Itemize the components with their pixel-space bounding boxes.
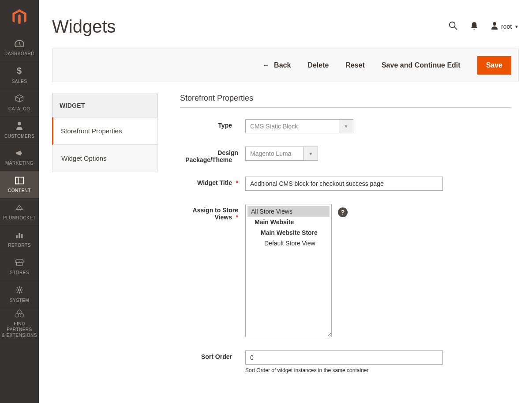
svg-text:$: $ [17, 67, 22, 75]
sidebar-item-label: CATALOG [8, 106, 30, 111]
theme-select: Magento Luma ▼ [245, 147, 318, 161]
svg-rect-2 [15, 177, 23, 184]
bar-chart-icon [15, 231, 24, 241]
side-tabs: WIDGET Storefront Properties Widget Opti… [52, 94, 158, 373]
store-views-select[interactable]: All Store Views Main Website Main Websit… [245, 204, 332, 337]
svg-rect-7 [21, 234, 22, 238]
user-name: root [501, 23, 512, 30]
svg-point-8 [19, 289, 21, 291]
sidebar-item-dashboard[interactable]: DASHBOARD [0, 34, 39, 62]
header-actions: root ▼ [448, 21, 519, 33]
sidebar-item-label: CUSTOMERS [4, 134, 34, 139]
main-content: Widgets root ▼ ← Back [39, 0, 532, 403]
sidebar-item-sales[interactable]: $ SALES [0, 62, 39, 89]
svg-point-11 [493, 22, 496, 26]
page-header: Widgets root ▼ [52, 0, 519, 49]
search-icon[interactable] [448, 21, 458, 33]
sidebar-item-reports[interactable]: REPORTS [0, 226, 39, 253]
person-icon [16, 121, 23, 132]
user-icon [491, 22, 498, 32]
section-title: Storefront Properties [180, 94, 511, 108]
sidebar-item-system[interactable]: SYSTEM [0, 281, 39, 308]
sidebar-item-label: DASHBOARD [4, 51, 34, 56]
svg-point-9 [450, 22, 455, 27]
megaphone-icon [15, 149, 24, 158]
sort-order-input[interactable] [245, 350, 443, 365]
tab-widget-options[interactable]: Widget Options [52, 145, 158, 172]
field-widget-title: Widget Title* [180, 177, 511, 191]
label-sort-order: Sort Order* [180, 350, 245, 360]
store-option-main-store[interactable]: Main Website Store [247, 227, 330, 238]
svg-line-10 [454, 26, 457, 29]
widget-title-input[interactable] [245, 177, 443, 191]
sidebar-item-label: SYSTEM [10, 298, 29, 303]
form-storefront-properties: Storefront Properties Type* CMS Static B… [180, 94, 511, 373]
store-option-all[interactable]: All Store Views [247, 206, 330, 217]
chevron-down-icon: ▼ [303, 147, 318, 160]
plumrocket-icon [15, 204, 24, 213]
sidebar-item-customers[interactable]: CUSTOMERS [0, 117, 39, 144]
sidebar-item-find-partners[interactable]: FIND PARTNERS& EXTENSIONS [0, 308, 39, 340]
label-theme: Design Package/Theme* [180, 147, 245, 163]
gear-icon [15, 286, 24, 296]
user-menu[interactable]: root ▼ [491, 22, 519, 32]
svg-rect-5 [16, 235, 18, 238]
store-icon [15, 259, 24, 268]
sidebar-item-label: REPORTS [8, 243, 31, 248]
sidebar-item-catalog[interactable]: CATALOG [0, 89, 39, 117]
layout-icon [15, 177, 24, 186]
sidebar-item-label: FIND PARTNERS& EXTENSIONS [2, 321, 37, 338]
sidebar-item-label: STORES [10, 270, 29, 275]
sidebar-item-content[interactable]: CONTENT [0, 171, 39, 199]
label-widget-title: Widget Title* [180, 177, 245, 186]
help-icon[interactable]: ? [338, 207, 348, 217]
magento-logo-icon [12, 9, 27, 26]
blocks-icon [15, 309, 24, 319]
field-store-views: Assign to Store Views* All Store Views M… [180, 204, 511, 337]
save-button[interactable]: Save [477, 56, 511, 75]
arrow-left-icon: ← [262, 61, 270, 69]
dollar-icon: $ [16, 67, 22, 77]
reset-button[interactable]: Reset [345, 61, 365, 69]
sidebar-item-plumrocket[interactable]: PLUMROCKET [0, 199, 39, 226]
svg-rect-6 [19, 233, 20, 238]
field-sort-order: Sort Order* [180, 350, 511, 365]
sidebar-item-marketing[interactable]: MARKETING [0, 144, 39, 171]
sidebar-item-label: MARKETING [5, 161, 34, 166]
save-continue-button[interactable]: Save and Continue Edit [382, 61, 461, 69]
svg-point-1 [18, 122, 21, 125]
tab-storefront-properties[interactable]: Storefront Properties [52, 117, 158, 145]
svg-point-4 [19, 207, 20, 209]
chevron-down-icon: ▼ [339, 120, 353, 133]
type-select: CMS Static Block ▼ [245, 119, 353, 133]
bell-icon[interactable] [470, 21, 478, 32]
svg-rect-3 [15, 177, 19, 184]
side-tabs-title: WIDGET [52, 94, 158, 117]
field-theme: Design Package/Theme* Magento Luma ▼ [180, 147, 511, 163]
sidebar-item-label: PLUMROCKET [3, 215, 36, 220]
sidebar-item-label: SALES [12, 79, 27, 84]
admin-sidebar: DASHBOARD $ SALES CATALOG CUSTOMERS MARK… [0, 0, 39, 403]
magento-logo[interactable] [0, 0, 39, 34]
field-type: Type* CMS Static Block ▼ [180, 119, 511, 133]
back-button[interactable]: ← Back [262, 61, 291, 69]
store-option-main-website[interactable]: Main Website [247, 217, 330, 227]
store-option-default-view[interactable]: Default Store View [247, 238, 330, 249]
label-store-views: Assign to Store Views* [180, 204, 245, 221]
label-type: Type* [180, 119, 245, 129]
action-toolbar: ← Back Delete Reset Save and Continue Ed… [52, 49, 519, 82]
delete-button[interactable]: Delete [307, 61, 329, 69]
chevron-down-icon: ▼ [514, 24, 519, 29]
sidebar-item-label: CONTENT [8, 188, 31, 193]
dashboard-icon [15, 40, 24, 49]
sidebar-item-stores[interactable]: STORES [0, 253, 39, 281]
sort-order-note: Sort Order of widget instances in the sa… [180, 367, 511, 373]
cube-icon [15, 94, 24, 104]
page-title: Widgets [52, 17, 116, 37]
